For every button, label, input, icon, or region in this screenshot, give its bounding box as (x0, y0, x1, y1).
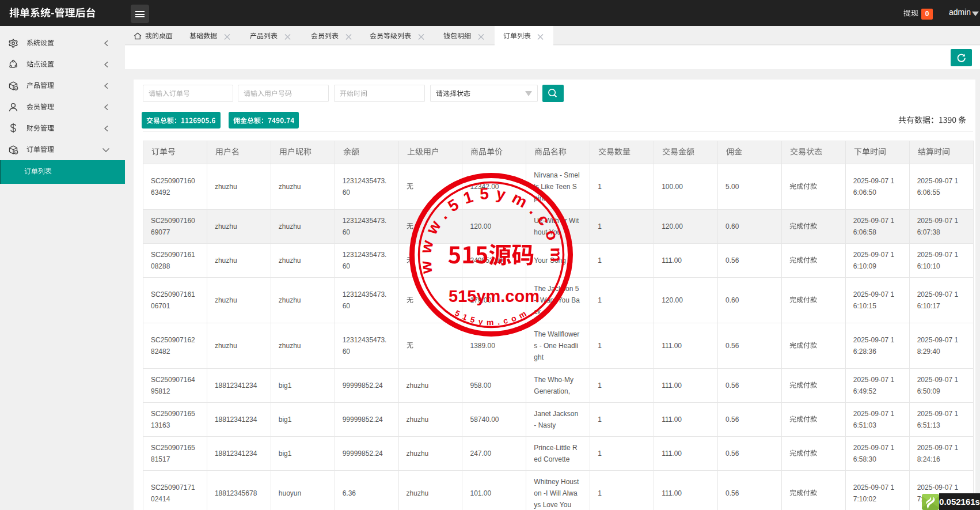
svg-text:515ym.com: 515ym.com (449, 287, 540, 305)
svg-text:515ym.com: 515ym.com (453, 307, 531, 327)
